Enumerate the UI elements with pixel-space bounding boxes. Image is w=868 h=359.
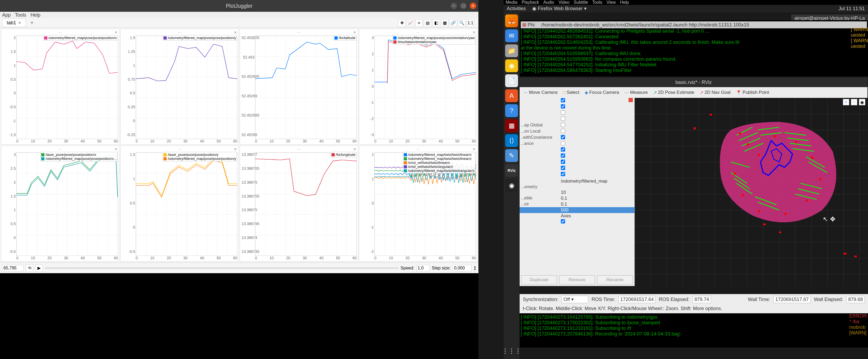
tree-row[interactable] (520, 110, 634, 116)
toolbar-grid-button[interactable]: ▦ (441, 19, 448, 27)
tab-1[interactable]: tab1 × (2, 19, 26, 27)
play-button[interactable]: ▶ (35, 264, 43, 272)
dock-files-icon[interactable]: 📁 (505, 44, 518, 57)
duplicate-button[interactable]: Duplicate (521, 275, 557, 285)
tree-row[interactable]: ...eble0,1 (520, 195, 634, 201)
panel-close-icon[interactable] (628, 98, 633, 102)
tree-row[interactable]: 10 (520, 190, 634, 195)
plot-legend[interactable]: /fix/latitude (334, 35, 356, 41)
plotjuggler-titlebar[interactable]: PlotJuggler − □ × (0, 0, 478, 12)
checkbox[interactable] (561, 160, 565, 164)
plot-7[interactable]: ...×/odometry/filtered_map/twist/twist/l… (359, 146, 477, 261)
tree-row[interactable] (520, 172, 634, 178)
checkbox[interactable] (561, 141, 565, 145)
zoom-out-button[interactable]: − (851, 99, 857, 105)
checkbox[interactable] (561, 219, 565, 224)
terminal-bottom[interactable]: [ INFO] [1720440273.164125765]: Subscrib… (520, 313, 868, 348)
zoom-in-button[interactable]: + (843, 99, 849, 105)
menu-subtitle[interactable]: Subtitle (574, 0, 588, 5)
plot-legend[interactable]: /fix/longitude (331, 152, 356, 158)
tree-value[interactable] (561, 123, 633, 128)
tree-row[interactable]: ...ap Global (520, 123, 634, 129)
tree-row[interactable]: 500 (520, 207, 634, 213)
dock-help-icon[interactable]: ? (505, 104, 518, 117)
menu-help[interactable]: Help (620, 0, 629, 5)
toolbar-legend-button[interactable]: ◧ (432, 19, 440, 27)
rename-button[interactable]: Rename (597, 275, 633, 285)
toolbar-sheet-button[interactable]: ▤ (424, 19, 431, 27)
maximize-button[interactable]: □ (460, 3, 467, 9)
toolbar-list-button[interactable]: ≡ (415, 19, 423, 27)
tree-value[interactable] (561, 129, 633, 134)
plot-legend[interactable]: /laser_pose/pose/pose/position/x/odometr… (40, 152, 118, 161)
dock-terminator-icon[interactable]: ▦ (505, 119, 518, 132)
tree-row[interactable] (520, 116, 634, 123)
active-app[interactable]: ◉ Firefox Web Browser ▾ (532, 6, 587, 11)
tree-row[interactable] (520, 165, 634, 172)
tree-value[interactable] (561, 98, 633, 104)
tree-value[interactable] (561, 166, 633, 171)
step-spinner[interactable]: ▲▼ (474, 265, 476, 271)
plot-2[interactable]: ...×/fix/latitude52.45300552.45352.45299… (240, 29, 358, 144)
rviz-titlebar[interactable]: basic.rviz* - RViz (520, 77, 867, 87)
checkbox[interactable] (561, 123, 565, 127)
remove-button[interactable]: Remove (559, 275, 595, 285)
rviz-tool-2d-pose-estimate[interactable]: ↗2D Pose Estimate (652, 89, 696, 96)
checkbox[interactable] (561, 172, 565, 176)
menu-media[interactable]: Media (506, 0, 518, 5)
tree-row[interactable] (520, 219, 634, 225)
tree-value[interactable]: /odometry/filtered_map (561, 178, 633, 184)
menu-video[interactable]: Video (558, 0, 569, 5)
tree-value[interactable] (561, 141, 633, 147)
checkbox[interactable] (561, 135, 565, 139)
tree-value[interactable]: 0,1 (561, 196, 633, 201)
toolbar-chart-button[interactable]: 📈 (407, 19, 414, 27)
checkbox[interactable] (561, 166, 565, 170)
terminal-top[interactable]: ⊞ Phi /home/mobrob-dev/mobrob_ws/src/cmd… (520, 20, 868, 76)
tree-value[interactable] (561, 110, 633, 116)
loop-button[interactable]: ⟲ (26, 264, 33, 272)
dock-gedit-icon[interactable]: ✎ (505, 149, 518, 162)
plot-0[interactable]: ...×/odometry/filtered_map/pose/pose/pos… (1, 29, 119, 144)
checkbox[interactable] (561, 98, 565, 102)
rviz-tool-2d-nav-goal[interactable]: ↗2D Nav Goal (698, 89, 732, 96)
menu-view[interactable]: View (607, 0, 616, 5)
rviz-tool-move-camera[interactable]: ↔Move Camera (522, 89, 559, 96)
dock-rviz-icon[interactable]: RViz (505, 164, 518, 177)
minimize-button[interactable]: − (451, 3, 457, 9)
toolbar-zoom-button[interactable]: 🔍 (458, 19, 466, 27)
dock-show-apps-icon[interactable]: ⋮⋮⋮ (502, 347, 521, 355)
rviz-tool-focus-camera[interactable]: ◆Focus Camera (583, 89, 620, 96)
toolbar-link-button[interactable]: 🔗 (450, 19, 457, 27)
clock[interactable]: Jul 11 11:51 (839, 6, 865, 11)
dock-vscode-icon[interactable]: ⟨⟩ (505, 134, 518, 147)
tree-value[interactable] (561, 104, 633, 110)
tree-row[interactable]: /odometry/filtered_map (520, 178, 634, 184)
time-input[interactable] (2, 265, 24, 271)
rviz-tool-select[interactable]: □Select (561, 89, 581, 96)
rviz-tool-measure[interactable]: —Measure (623, 89, 649, 96)
tree-row[interactable]: ...ance (520, 141, 634, 147)
menu-audio[interactable]: Audio (544, 0, 554, 5)
dock-software-icon[interactable]: A (505, 89, 518, 102)
tree-value[interactable]: Axes (561, 213, 633, 219)
menu-tools[interactable]: Tools (592, 0, 602, 5)
plot-legend[interactable]: /odometry/filtered_map/pose/pose/orienta… (393, 35, 475, 45)
tree-row[interactable]: ...on Local (520, 129, 634, 135)
checkbox[interactable] (561, 104, 565, 108)
tree-value[interactable] (561, 185, 633, 189)
rviz-tool-publish-point[interactable]: 📍Publish Point (734, 89, 771, 96)
dock-obs-icon[interactable]: ◉ (505, 179, 518, 192)
tree-row[interactable] (520, 98, 634, 104)
tree-row[interactable]: Axes (520, 213, 634, 219)
tab-add-button[interactable]: + (28, 19, 36, 27)
plot-3[interactable]: ...×/odometry/filtered_map/pose/pose/ori… (359, 29, 477, 144)
tree-value[interactable]: 500 (561, 207, 633, 213)
tree-row[interactable] (520, 147, 634, 153)
checkbox[interactable] (561, 147, 565, 152)
sync-select[interactable]: Off ▾ (562, 296, 588, 303)
dock-thunderbird-icon[interactable]: ✉ (505, 29, 518, 42)
step-input[interactable] (453, 265, 471, 271)
zoom-reset-button[interactable]: ◉ (859, 99, 865, 105)
plot-legend[interactable]: /laser_pose/pose/pose/position/y/odometr… (163, 152, 237, 161)
